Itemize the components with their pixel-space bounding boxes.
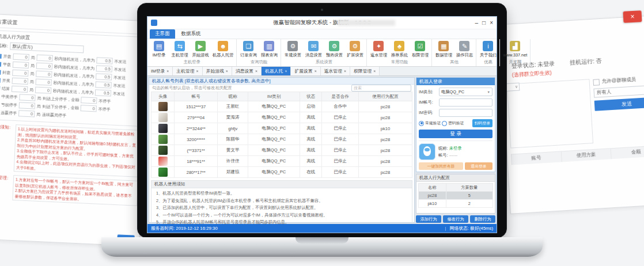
ribbon-item-权限管理[interactable]: ☑权限管理 bbox=[410, 41, 430, 58]
send-button[interactable]: 发送 bbox=[594, 97, 644, 111]
ribbon-item-订单查询[interactable]: ❏订单查询 bbox=[238, 41, 259, 58]
ribbon-item-常规设置[interactable]: ⚙常规设置 bbox=[282, 41, 303, 58]
option-text: 不停手 bbox=[98, 106, 110, 112]
option-input[interactable]: 0 bbox=[19, 102, 35, 109]
option-input[interactable]: 0.5 bbox=[96, 73, 112, 80]
tab-close-icon[interactable]: × bbox=[196, 69, 199, 73]
tab-扩展设置[interactable]: 扩展设置× bbox=[291, 67, 320, 75]
tab-开始游戏[interactable]: 开始游戏× bbox=[203, 67, 232, 75]
ribbon-item-数据管理[interactable]: ▦数据管理 bbox=[433, 41, 454, 58]
close-button[interactable]: × bbox=[490, 20, 493, 26]
logout-button[interactable]: 退出登录 bbox=[465, 162, 493, 170]
option-input[interactable]: 0 bbox=[12, 78, 28, 85]
ribbon-item-推荐系统[interactable]: ♣推荐系统 bbox=[389, 41, 410, 58]
option-input[interactable]: 0.5 bbox=[96, 65, 112, 72]
search-input[interactable]: 搜索 bbox=[351, 85, 411, 92]
laptop-camera bbox=[321, 9, 323, 11]
target-member-select[interactable]: 所有人 ∨ bbox=[593, 85, 644, 98]
option-input[interactable]: 0 bbox=[81, 97, 97, 104]
status-bar: 服务器时间: 2019-12-12 16:29:30 | 网络状态: 极好(45… bbox=[147, 224, 497, 233]
table-row[interactable]: (**3371**黄文平电脑QQ_PC离线已停止pc28 bbox=[151, 145, 412, 156]
option-input[interactable]: 0 bbox=[13, 62, 29, 69]
normal-verify-radio[interactable] bbox=[419, 121, 424, 126]
im-account-input[interactable] bbox=[439, 98, 493, 107]
option-input[interactable]: 0.5 bbox=[95, 81, 111, 88]
table-row[interactable]: 18***91**许佳佳电脑QQ_PC离线已停止pc28 bbox=[151, 156, 412, 167]
option-input[interactable]: 0 bbox=[35, 87, 51, 94]
ribbon-item-消息设置[interactable]: ✉消息设置 bbox=[303, 41, 324, 58]
tab-close-icon[interactable]: × bbox=[255, 69, 257, 73]
option-input[interactable]: 0 bbox=[18, 110, 35, 117]
option-input[interactable]: 0 bbox=[80, 105, 96, 112]
minimize-button[interactable]: – bbox=[475, 20, 479, 26]
option-input[interactable]: 0 bbox=[13, 54, 29, 60]
tab-close-icon[interactable]: × bbox=[373, 69, 376, 73]
ribbon-item-操作日志[interactable]: ✎操作日志 bbox=[454, 41, 475, 58]
checkbox-checked-icon[interactable]: ✓ bbox=[0, 70, 1, 74]
coop-cell: 已停止 bbox=[322, 112, 359, 123]
password-verify-radio[interactable] bbox=[442, 121, 447, 126]
ribbon-item-开始游戏[interactable]: ▶开始游戏 bbox=[190, 41, 211, 58]
behavior-row[interactable]: pc285 bbox=[419, 192, 493, 200]
ribbon-item-主机管理[interactable]: ⇆主机管理 bbox=[169, 41, 190, 58]
option-input[interactable]: 0 bbox=[35, 79, 51, 86]
scheme-name-input[interactable]: 默认(官方) bbox=[10, 43, 84, 54]
table-row[interactable]: 1512***37王新红电脑QQ_PC启动合作中pc28 bbox=[151, 101, 412, 112]
tab-返水管理[interactable]: 返水管理× bbox=[321, 67, 350, 75]
checkbox-checked-icon[interactable]: ✓ bbox=[0, 78, 1, 82]
option-input[interactable]: 0 bbox=[36, 63, 52, 70]
login-button[interactable]: 登 录 bbox=[419, 130, 493, 138]
ribbon-group-caption: 主机登录 bbox=[149, 58, 235, 66]
avatar-plant bbox=[158, 168, 168, 177]
option-input[interactable]: 0 bbox=[36, 55, 52, 62]
behavior-row[interactable]: pk102 bbox=[419, 200, 493, 208]
option-input[interactable]: 0.5 bbox=[96, 57, 112, 64]
ribbon-item-www.337.net[interactable]: ▟www.337.net bbox=[501, 41, 529, 58]
ribbon-item-IM登录[interactable]: ▤IM登录 bbox=[149, 41, 169, 58]
option-input[interactable]: 0 bbox=[12, 86, 28, 93]
ribbon-item-返水管理[interactable]: ✦返水管理 bbox=[368, 41, 389, 58]
ribbon-item-关于我们[interactable]: i关于我们 bbox=[478, 41, 498, 58]
im-password-input[interactable] bbox=[439, 109, 493, 117]
checkbox-checked-icon[interactable]: ✓ bbox=[0, 62, 1, 66]
close-icon[interactable]: × bbox=[623, 10, 642, 23]
behavior-button-修改行为[interactable]: 修改行为 bbox=[443, 215, 468, 223]
tab-主机管理[interactable]: 主机管理× bbox=[173, 67, 202, 75]
table-row[interactable]: 3200*****陈丽华电脑QQ_PC离线已停止pc28 bbox=[151, 134, 412, 145]
qr-login-button[interactable]: 扫码登录 bbox=[472, 119, 493, 127]
ribbon-item-机器人托管[interactable]: ☻机器人托管 bbox=[211, 41, 235, 58]
option-input[interactable]: 0.5 bbox=[95, 89, 111, 96]
tab-close-icon[interactable]: × bbox=[315, 69, 317, 73]
table-row[interactable]: 2**3244**ghfjv电脑QQ_PC离线已停止pk10 bbox=[151, 123, 412, 134]
tab-机器人托[interactable]: 机器人托× bbox=[262, 67, 291, 75]
tab-close-icon[interactable]: × bbox=[226, 69, 228, 73]
behavior-button-添加行为[interactable]: 添加行为 bbox=[416, 215, 441, 223]
checkbox-checked-icon[interactable]: ✓ bbox=[0, 54, 2, 58]
tab-IM登录[interactable]: IM登录× bbox=[147, 67, 173, 75]
about-icon: i bbox=[483, 41, 493, 51]
tab-close-icon[interactable]: × bbox=[344, 69, 346, 73]
option-input[interactable]: 0 bbox=[36, 71, 52, 78]
menu-tab-主界面[interactable]: 主界面 bbox=[150, 29, 175, 39]
allow-at-members-checkbox[interactable]: 允许@群聊成员 bbox=[593, 75, 644, 86]
ribbon-item-预热设置[interactable]: ⚙预热设置 bbox=[324, 41, 344, 58]
im-account-label: IM帐号: bbox=[419, 100, 437, 105]
table-row[interactable]: 280**17**郑建琼电脑QQ_PC在线已停止pc28 bbox=[151, 167, 412, 178]
tab-消息设置[interactable]: 消息设置× bbox=[232, 67, 262, 75]
behavior-button-删除行为[interactable]: 删除行为 bbox=[470, 215, 495, 223]
im-type-select[interactable]: 电脑QQ_PC ▼ bbox=[439, 88, 493, 96]
option-text: 不发送 bbox=[114, 66, 126, 73]
tab-权限管理[interactable]: 权限管理× bbox=[350, 67, 380, 75]
maximize-button[interactable]: □ bbox=[482, 20, 486, 26]
ribbon-item-报表查询[interactable]: ▥报表查询 bbox=[259, 41, 279, 58]
option-input[interactable]: 0 bbox=[19, 94, 35, 101]
tab-close-icon[interactable]: × bbox=[285, 69, 287, 73]
tab-close-icon[interactable]: × bbox=[166, 69, 169, 73]
rejoin-groups-button[interactable]: 一键加回所有群 bbox=[419, 162, 463, 170]
option-input[interactable]: 0 bbox=[12, 70, 28, 77]
config-cell: pc28 bbox=[359, 134, 412, 145]
menu-tab-数据系统[interactable]: 数据系统 bbox=[176, 29, 206, 39]
name-label: 名称: bbox=[0, 42, 8, 49]
table-row[interactable]: 279***04栗海涛电脑QQ_PC离线已停止pc28 bbox=[151, 112, 412, 123]
ribbon-item-扩展设置[interactable]: ⚙扩展设置 bbox=[344, 41, 365, 58]
